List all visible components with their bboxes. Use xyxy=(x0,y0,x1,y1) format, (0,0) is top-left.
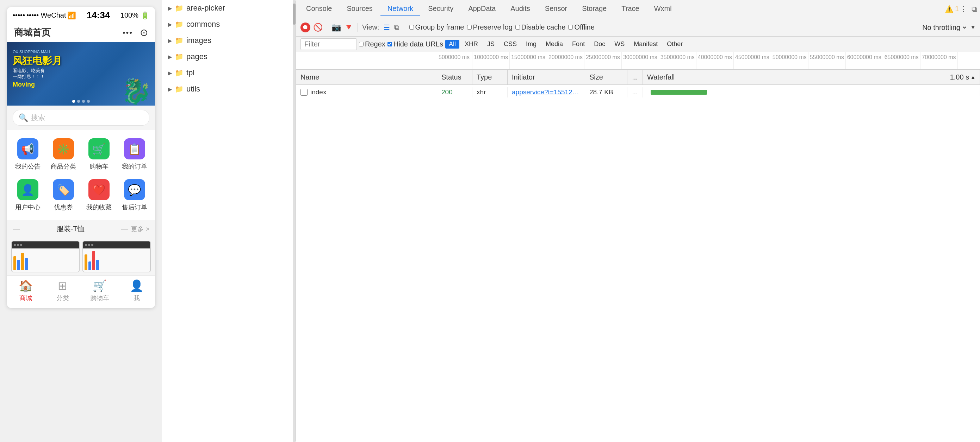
nav-dots[interactable]: ••• xyxy=(123,28,133,37)
td-initiator[interactable]: appservice?t=155124... xyxy=(508,87,585,97)
disable-cache-checkbox[interactable]: Disable cache xyxy=(515,23,566,31)
regex-checkbox[interactable]: Regex xyxy=(359,40,385,48)
preserve-log-input[interactable] xyxy=(467,25,472,30)
tree-item-images[interactable]: ▶ 📁 images xyxy=(162,32,296,49)
icon-my-announcement[interactable]: 📢 我的公告 xyxy=(10,134,45,175)
tree-item-pages[interactable]: ▶ 📁 pages xyxy=(162,49,296,65)
row-checkbox[interactable] xyxy=(301,89,307,96)
devtools-expand-icon[interactable]: ⧉ xyxy=(972,5,977,14)
tab-sources[interactable]: Sources xyxy=(340,2,379,16)
filter-tag-manifest[interactable]: Manifest xyxy=(630,40,662,49)
throttle-select[interactable]: No throttling xyxy=(920,22,967,32)
bottom-nav-cart[interactable]: 🛒 购物车 xyxy=(81,279,118,302)
icon-cart-emoji: 🛒 xyxy=(92,143,105,155)
filter-tag-doc[interactable]: Doc xyxy=(590,40,609,49)
icon-cart[interactable]: 🛒 购物车 xyxy=(81,134,116,175)
network-empty-space xyxy=(296,99,980,442)
category-title: 服装-T恤 xyxy=(22,224,118,234)
tick-5: 25000000 ms xyxy=(584,52,622,69)
status-right: 100% 🔋 xyxy=(121,11,150,20)
filter-tag-img[interactable]: Img xyxy=(522,40,540,49)
hide-data-urls-checkbox[interactable]: Hide data URLs xyxy=(388,40,443,48)
tree-scrollbar-thumb[interactable] xyxy=(293,3,296,25)
clear-icon[interactable]: 🚫 xyxy=(313,23,323,32)
hide-data-urls-input[interactable] xyxy=(388,42,392,46)
record-button[interactable]: ⏺ xyxy=(301,22,310,32)
icon-favorites[interactable]: ❤️ 我的收藏 xyxy=(81,175,116,216)
filter-tag-font[interactable]: Font xyxy=(568,40,589,49)
phone-banner[interactable]: OX SHOPPING MALL 风狂电影月 看电影、吃美食 一网打尽！！！ M… xyxy=(7,42,155,106)
icon-user-center[interactable]: 👤 用户中心 xyxy=(10,175,45,216)
icon-grid: 📢 我的公告 ✳️ 商品分类 🛒 购物车 📋 我的订单 xyxy=(7,130,155,220)
tree-item-utils[interactable]: ▶ 📁 utils xyxy=(162,81,296,97)
tree-item-commons[interactable]: ▶ 📁 commons xyxy=(162,16,296,32)
tab-appdata[interactable]: AppData xyxy=(461,2,503,16)
icon-coupons[interactable]: 🏷️ 优惠券 xyxy=(45,175,81,216)
th-initiator[interactable]: Initiator xyxy=(508,70,585,84)
offline-checkbox[interactable]: Offline xyxy=(568,23,594,31)
tab-audits[interactable]: Audits xyxy=(503,2,537,16)
icon-after-sale[interactable]: 💬 售后订单 xyxy=(116,175,152,216)
filter-tag-ws[interactable]: WS xyxy=(611,40,628,49)
th-type[interactable]: Type xyxy=(473,70,508,84)
th-status[interactable]: Status xyxy=(437,70,473,84)
banner-sub-text2: 一网打尽！！！ xyxy=(13,74,62,80)
view-stack-icon[interactable]: ⧉ xyxy=(393,22,401,32)
tab-console[interactable]: Console xyxy=(299,2,339,16)
view-list-icon[interactable]: ☰ xyxy=(382,22,391,32)
row-type: xhr xyxy=(477,88,486,96)
thumb-content-1 xyxy=(12,249,79,272)
icon-my-orders[interactable]: 📋 我的订单 xyxy=(116,134,152,175)
camera-icon[interactable]: 📷 xyxy=(331,23,341,32)
tab-network[interactable]: Network xyxy=(380,2,420,16)
th-more[interactable]: ... xyxy=(627,70,643,84)
folder-icon: 📁 xyxy=(175,36,183,45)
bottom-nav-me[interactable]: 👤 我 xyxy=(118,279,155,302)
bottom-nav-category[interactable]: ⊞ 分类 xyxy=(44,279,81,302)
filter-tag-other[interactable]: Other xyxy=(663,40,687,49)
bottom-nav-shop[interactable]: 🏠 商城 xyxy=(7,279,44,302)
offline-input[interactable] xyxy=(568,25,573,30)
tab-storage[interactable]: Storage xyxy=(575,2,614,16)
category-more[interactable]: 更多 > xyxy=(131,225,150,233)
filter-input[interactable] xyxy=(301,38,357,50)
tree-item-area-picker[interactable]: ▶ 📁 area-picker xyxy=(162,0,296,16)
disable-cache-input[interactable] xyxy=(515,25,520,30)
search-input[interactable]: 🔍 搜索 xyxy=(13,110,150,126)
filter-tag-media[interactable]: Media xyxy=(542,40,567,49)
th-size[interactable]: Size xyxy=(585,70,627,84)
tab-wxml[interactable]: Wxml xyxy=(647,2,679,16)
tab-sensor-label: Sensor xyxy=(545,5,567,12)
banner-moving-text: Moving xyxy=(13,81,62,89)
icon-product-category[interactable]: ✳️ 商品分类 xyxy=(45,134,81,175)
td-more[interactable]: ... xyxy=(627,87,643,97)
preserve-log-checkbox[interactable]: Preserve log xyxy=(467,23,512,31)
group-by-frame-checkbox[interactable]: Group by frame xyxy=(409,23,464,31)
group-by-frame-label: Group by frame xyxy=(415,23,464,31)
table-row[interactable]: index 200 xhr appservice?t=155124... 28.… xyxy=(296,85,980,99)
tab-security[interactable]: Security xyxy=(421,2,460,16)
thumbnail-2[interactable] xyxy=(83,241,151,272)
filter-tag-js[interactable]: JS xyxy=(483,40,498,49)
tab-sensor[interactable]: Sensor xyxy=(538,2,574,16)
th-waterfall[interactable]: Waterfall 1.00 s ▲ xyxy=(643,70,980,84)
group-by-frame-input[interactable] xyxy=(409,25,414,30)
tab-trace[interactable]: Trace xyxy=(614,2,646,16)
thumb-bar-7 xyxy=(92,251,95,270)
tree-name-tpl: tpl xyxy=(186,68,194,78)
regex-input[interactable] xyxy=(359,42,364,46)
preserve-log-label: Preserve log xyxy=(473,23,512,31)
banner-dot-3 xyxy=(82,100,85,103)
nav-record-icon[interactable]: ⊙ xyxy=(140,27,148,38)
thumb-bar-3 xyxy=(21,253,24,270)
th-more-label: ... xyxy=(632,73,638,81)
thumbnail-1[interactable] xyxy=(11,241,80,272)
filter-tag-css[interactable]: CSS xyxy=(500,40,521,49)
filter-tag-all[interactable]: All xyxy=(445,40,459,49)
tab-storage-label: Storage xyxy=(582,5,606,12)
th-name[interactable]: Name xyxy=(296,70,437,84)
devtools-more-icon[interactable]: ⋮ xyxy=(959,5,967,14)
filter-funnel-icon[interactable]: 🔻 xyxy=(344,23,353,32)
filter-tag-xhr[interactable]: XHR xyxy=(461,40,482,49)
tree-item-tpl[interactable]: ▶ 📁 tpl xyxy=(162,65,296,81)
